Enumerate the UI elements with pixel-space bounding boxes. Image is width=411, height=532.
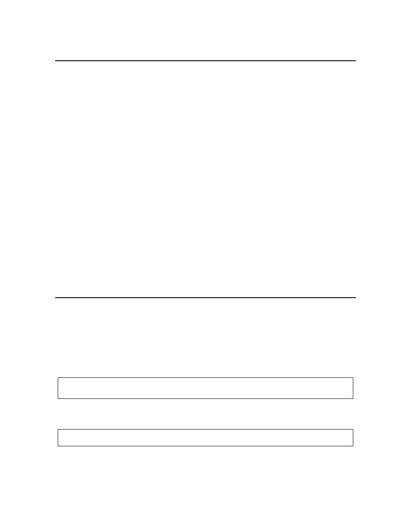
content-box-2	[58, 429, 353, 446]
divider-top	[55, 60, 356, 61]
content-box-1	[58, 377, 353, 399]
document-page	[0, 0, 411, 532]
divider-middle	[55, 297, 356, 298]
